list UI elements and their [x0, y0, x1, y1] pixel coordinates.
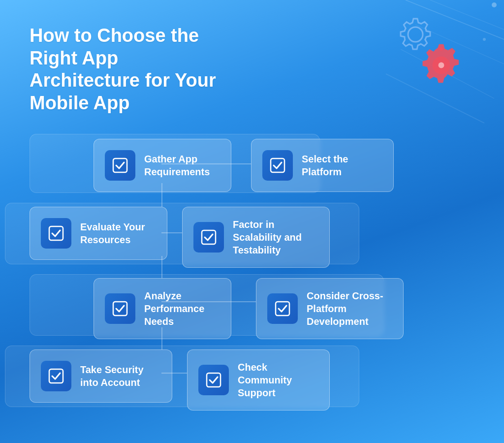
svg-rect-16: [207, 373, 220, 387]
card-evaluate-resources: Evaluate Your Resources: [30, 207, 167, 260]
card-wrapper-evaluate: Evaluate Your Resources: [30, 207, 167, 260]
connector-h1: [161, 163, 251, 164]
gather-icon-box: [105, 150, 135, 181]
card-wrapper-gather: Gather App Requirements: [94, 139, 231, 192]
checkmark-icon-7: [47, 367, 65, 385]
svg-rect-12: [202, 230, 216, 244]
platform-icon-box: [262, 150, 293, 181]
security-icon-box: [41, 361, 71, 391]
checkmark-icon-6: [274, 300, 291, 317]
card-select-platform: Select the Platform: [251, 139, 394, 192]
scalability-icon-box: [193, 222, 224, 253]
analyze-icon-box: [105, 293, 135, 324]
card-wrapper-platform: Select the Platform: [251, 139, 394, 192]
community-icon-box: [198, 365, 229, 395]
card-analyze-performance: Analyze Performance Needs: [94, 278, 231, 339]
card-wrapper-community: Check Community Support: [187, 349, 330, 411]
cards-layout: Gather App Requirements Select the Platf…: [30, 134, 502, 443]
svg-rect-13: [113, 302, 127, 316]
checkmark-icon-4: [200, 228, 218, 246]
checkmark-icon-1: [111, 157, 129, 174]
page-title: How to Choose the Right App Architecture…: [30, 25, 226, 114]
gather-label: Gather App Requirements: [144, 153, 220, 178]
svg-rect-9: [113, 158, 127, 172]
connector-v2: [161, 256, 162, 278]
card-gather-app-requirements: Gather App Requirements: [94, 139, 231, 192]
crossplatform-icon-box: [267, 293, 298, 324]
scalability-label: Factor in Scalability and Testability: [233, 218, 318, 256]
security-label: Take Security into Account: [80, 363, 161, 389]
card-wrapper-analyze: Analyze Performance Needs: [94, 278, 231, 339]
card-factor-scalability: Factor in Scalability and Testability: [182, 207, 330, 268]
checkmark-icon-8: [205, 371, 222, 389]
community-label: Check Community Support: [238, 361, 318, 399]
card-community-support: Check Community Support: [187, 349, 330, 411]
crossplatform-label: Consider Cross-Platform Development: [307, 289, 392, 328]
evaluate-icon-box: [41, 218, 71, 249]
card-wrapper-crossplatform: Consider Cross-Platform Development: [256, 278, 404, 339]
connector-h3: [161, 301, 256, 302]
card-wrapper-scalability: Factor in Scalability and Testability: [182, 207, 330, 268]
card-cross-platform: Consider Cross-Platform Development: [256, 278, 404, 339]
connector-v3: [161, 327, 162, 349]
checkmark-icon-5: [111, 300, 129, 317]
card-security: Take Security into Account: [30, 349, 172, 403]
svg-rect-14: [276, 302, 289, 316]
svg-rect-15: [49, 369, 63, 383]
checkmark-icon-3: [47, 224, 65, 242]
connector-h2: [161, 232, 182, 233]
checkmark-icon-2: [269, 157, 286, 174]
evaluate-label: Evaluate Your Resources: [80, 221, 156, 246]
analyze-label: Analyze Performance Needs: [144, 289, 220, 328]
svg-rect-10: [271, 158, 284, 172]
main-content: How to Choose the Right App Architecture…: [0, 0, 504, 443]
connector-v1: [161, 183, 162, 207]
platform-label: Select the Platform: [302, 153, 382, 178]
connector-h4: [161, 373, 187, 374]
card-wrapper-security: Take Security into Account: [30, 349, 172, 403]
svg-rect-11: [49, 226, 63, 240]
